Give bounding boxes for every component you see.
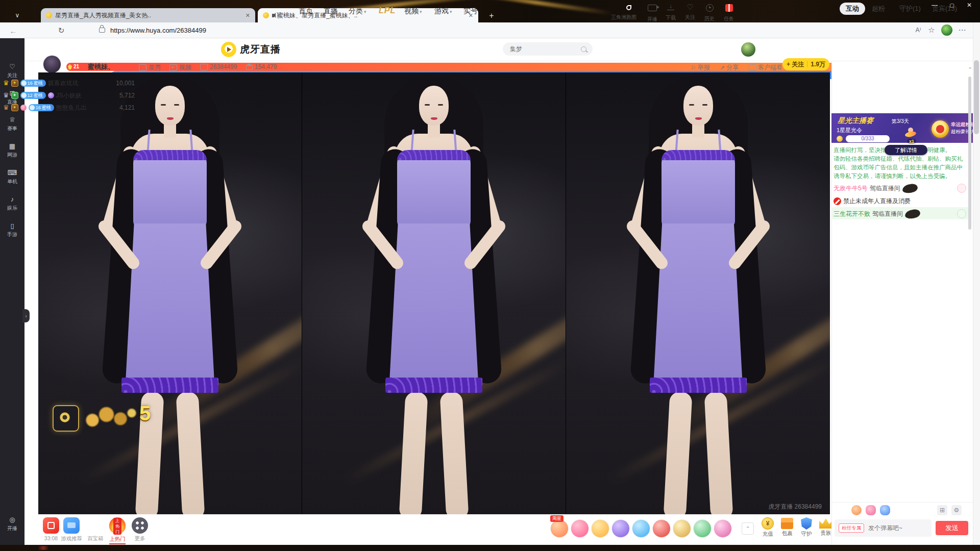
nav-label: 关注 — [685, 14, 695, 20]
danmu-input[interactable] — [867, 524, 920, 532]
sidebar-item-entertainment[interactable]: ♪ 娱乐 — [0, 196, 24, 212]
send-button[interactable]: 发送 — [936, 521, 968, 535]
browser-profile-avatar[interactable] — [941, 24, 952, 36]
chat-tab-interact[interactable]: 互动 — [840, 3, 865, 15]
pendant-icon[interactable] — [880, 505, 890, 515]
gift-icon[interactable] — [632, 519, 650, 538]
user-name[interactable]: 三生花开不败 — [834, 210, 870, 218]
huya-logo-icon — [221, 42, 236, 57]
nav-accounts[interactable]: 实号 — [463, 7, 478, 16]
sidebar-item-mobile-games[interactable]: ▯ 手游 — [0, 222, 24, 238]
sticker-icon[interactable] — [866, 505, 876, 515]
game-recommend-icon — [63, 517, 80, 534]
sidebar-item-single-player[interactable]: ⌨ 单机 — [0, 169, 24, 185]
gear-icon[interactable]: ⚙ — [951, 505, 962, 515]
huya-logo[interactable]: 虎牙直播 — [221, 42, 281, 57]
video-player[interactable]: 5 虎牙直播 26384499 — [38, 72, 830, 514]
tab-close-icon[interactable]: ✕ — [246, 12, 250, 19]
chat-scrollbar[interactable] — [968, 77, 971, 230]
chevron-down-icon: ▾ — [420, 9, 422, 14]
video-panel — [302, 72, 566, 514]
banner-details-button[interactable]: 了解详情 — [885, 145, 927, 155]
refresh-icon[interactable]: ↻ — [55, 24, 67, 37]
favorite-star-icon[interactable]: ☆ — [926, 24, 937, 36]
nav-video[interactable]: 视频▾ — [404, 7, 422, 16]
nav-home[interactable]: 首页 — [299, 7, 313, 16]
gift-icon[interactable] — [652, 519, 671, 538]
rank-user-name[interactable]: JS小妖妖 — [56, 91, 82, 100]
meme-icon[interactable] — [851, 505, 862, 515]
rank-row-3[interactable]: ♛ ✦ 16蜜桃 憨憨鱼儿出 4,121 — [3, 102, 135, 113]
url-text[interactable]: https://www.huya.com/26384499 — [110, 27, 206, 34]
page-scrollbar-thumb[interactable] — [974, 60, 979, 134]
sidebar-expand-chevron[interactable]: › — [22, 309, 30, 322]
new-tab-button[interactable]: + — [485, 9, 498, 22]
gift-icon[interactable] — [714, 519, 732, 538]
gift-icon[interactable] — [673, 519, 691, 538]
sidebar-item-esports[interactable]: ♕ 赛事 — [0, 116, 24, 132]
coin-icon: ¥ — [762, 517, 774, 530]
nav-category[interactable]: 分类▾ — [349, 7, 366, 16]
sidebar-item-start-broadcast[interactable]: ◎ 开播 — [0, 516, 24, 532]
gift-icon[interactable] — [693, 519, 712, 538]
popularity-icon — [246, 66, 253, 70]
banner-combo: x1 — [907, 139, 916, 144]
noble-badge-icon: ✦ — [11, 80, 18, 87]
chat-tab-vip[interactable]: 贵宾(13) — [932, 4, 957, 13]
share-button[interactable]: ↗ 分享 — [720, 63, 739, 72]
streamer-name[interactable]: 蜜桃妹、 — [88, 62, 114, 71]
user-name[interactable]: 无敌牛牛5号 — [834, 184, 868, 193]
fan-exclusive-tag[interactable]: 粉丝专属 — [839, 523, 864, 533]
heart-icon: ♡ — [0, 63, 24, 70]
danmu-settings-icon[interactable]: ⊞ — [937, 505, 947, 515]
nav-lpl[interactable]: LPL — [379, 6, 396, 15]
gift-icon[interactable] — [571, 519, 589, 538]
follow-button[interactable]: + 关注 1.9万 — [782, 58, 829, 70]
close-button[interactable]: ✕ — [961, 1, 978, 9]
gift-icon[interactable] — [591, 519, 609, 538]
back-icon[interactable]: ← — [7, 24, 19, 37]
more-tools[interactable]: 更多 — [124, 517, 156, 542]
category-link[interactable]: 星秀 — [139, 63, 161, 72]
chat-input-box[interactable]: 粉丝专属 — [835, 519, 932, 537]
chat-tab-guards[interactable]: 守护(1) — [899, 4, 921, 13]
report-button[interactable]: ⚐ 举报 — [691, 63, 710, 72]
gift-icon[interactable] — [550, 519, 569, 538]
nav-label: 三角洲跑图 — [611, 14, 636, 20]
rank-row-1[interactable]: ♛ ✦ 16蜜桃 就喜欢坑坑 10,001 — [3, 78, 135, 89]
nav-games[interactable]: 游戏▾ — [434, 7, 452, 16]
nav-delta-run[interactable]: 三角洲跑图 — [608, 3, 639, 21]
search-input[interactable] — [509, 45, 581, 53]
star-anchor-banner[interactable]: 星光主播赛 第3/3天 1星星光令 0/333 x1 了解详情 幸运超粉福袋 超… — [831, 113, 973, 143]
sidebar-item-pc-games[interactable]: ▦ 网游 — [0, 143, 24, 159]
message-badge-icon — [957, 209, 966, 218]
browser-tab-1[interactable]: 星秀直播_真人秀视频直播_美女热.. ✕ — [41, 8, 255, 22]
gift-box-icon — [714, 4, 744, 14]
sidebar-label: 网游 — [7, 152, 17, 158]
viewer-count: 154,479 — [246, 63, 277, 70]
sidebar-item-follow[interactable]: ♡ 关注 — [0, 63, 24, 79]
streamer-avatar[interactable] — [43, 55, 61, 73]
audio-playing-icon[interactable] — [272, 14, 274, 17]
chat-tab-superfans[interactable]: 超粉 — [872, 4, 885, 13]
browser-menu-icon[interactable]: ⋯ — [957, 24, 968, 36]
read-aloud-icon[interactable]: A⁾ — [913, 24, 924, 36]
rank-user-name[interactable]: 就喜欢坑坑 — [48, 79, 79, 88]
rank-user-name[interactable]: 憨憨鱼儿出 — [56, 104, 87, 112]
lock-icon[interactable] — [99, 28, 105, 33]
user-avatar[interactable] — [741, 42, 755, 57]
search-icon[interactable] — [581, 46, 586, 52]
address-bar[interactable]: https://www.huya.com/26384499 — [88, 22, 884, 38]
nav-tasks[interactable]: 任务 — [714, 3, 744, 22]
huya-live-page: — ▢ ✕ ∨ 星秀直播_真人秀视频直播_美女热.. ✕ 蜜桃妹、星秀直播_蜜桃… — [0, 0, 980, 551]
search-box[interactable] — [503, 42, 593, 56]
video-link[interactable]: 视频 — [169, 63, 191, 72]
gift-icon[interactable] — [611, 519, 630, 538]
tab-search-button[interactable]: ∨ — [11, 9, 23, 21]
rank-row-2[interactable]: ♛ ✦ 12蜜桃 JS小妖妖 5,712 — [3, 90, 135, 101]
gamepad-icon: ⌨ — [0, 169, 24, 177]
open-in-client-button[interactable]: 客户端看 — [749, 63, 782, 72]
nav-live[interactable]: 直播 — [324, 7, 338, 16]
gift-bar-collapse[interactable]: ⌃ — [742, 522, 754, 535]
silver-crown-icon: ♛ — [3, 92, 9, 99]
